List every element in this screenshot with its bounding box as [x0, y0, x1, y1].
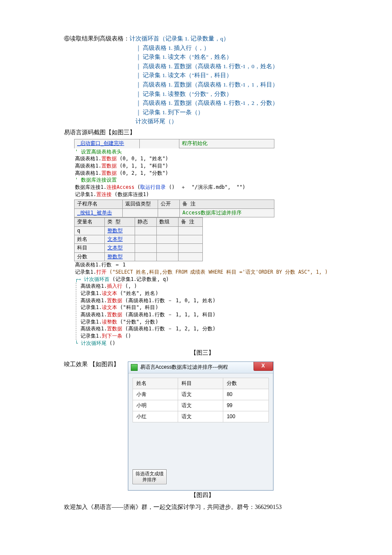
ide-var-row: 姓名文本型 — [74, 235, 203, 243]
filter-sort-button[interactable]: 筛选语文成绩并排序 — [133, 469, 167, 484]
ide-var-row: 分数整数型 — [74, 252, 203, 261]
code-line: ｜ 高级表格 1. 置数据（高级表格 1. 行数-1，1，科目） — [64, 80, 341, 90]
col-name: 姓名 — [133, 378, 178, 389]
ide-line: 记录集1.读整数 ("分数", 分数) — [80, 318, 274, 326]
ide-sub-header-row: _启动窗口_创建完毕 程序初始化 — [74, 139, 274, 148]
code-line: ｜ 高级表格 1. 置数据（高级表格 1. 行数-1，2，分数） — [64, 98, 341, 108]
titlebar: 易语言Access数据库过滤并排序---例程 X — [128, 362, 273, 373]
code-line: ｜ 记录集 1. 到下一条（） — [64, 108, 341, 117]
ide-var-row: 科目文本型 — [74, 243, 203, 252]
ide-line: 记录集1.置连接 (数据库连接1) — [74, 191, 274, 198]
loop-body: 高级表格1.插入行 (, )记录集1.读文本 ("姓名", 姓名)高级表格1.置… — [76, 283, 274, 339]
col-subject: 科目 — [178, 378, 223, 389]
ide-line: 高级表格1.置数据 (0, 2, 1, "分数") — [74, 170, 274, 177]
code-line: ｜ 记录集 1. 读整数（"分数"，分数） — [64, 90, 341, 99]
app-window: 易语言Access数据库过滤并排序---例程 X 姓名 科目 分数 小青语文80… — [128, 361, 274, 491]
ide-line: 高级表格1.插入行 (, ) — [80, 283, 274, 290]
fig4-heading: 竣工效果 【如图四】 — [64, 358, 119, 369]
table-header-row: 姓名 科目 分数 — [133, 378, 268, 389]
table-row: 小青语文80 — [133, 389, 268, 400]
ide-line: 高级表格1.置数据 (0, 0, 1, "姓名") — [74, 155, 274, 162]
fig3-caption: 【图三】 — [64, 348, 341, 358]
step6-block: ⑥读取结果到高级表格：计次循环首（记录集 1. 记录数量，q） ｜ 高级表格 1… — [64, 34, 341, 126]
app-window-wrap: 易语言Access数据库过滤并排序---例程 X 姓名 科目 分数 小青语文80… — [128, 361, 274, 491]
ide-line: 记录集1.打开 ("SELECT 姓名,科目,分数 FROM 成绩表 WHERE… — [74, 269, 274, 276]
ide-screenshot: _启动窗口_创建完毕 程序初始化 ' 设置高级表格表头 高级表格1.置数据 (0… — [74, 139, 274, 347]
code-line: ｜ 高级表格 1. 置数据（高级表格 1. 行数-1，0，姓名） — [64, 62, 341, 71]
table-row: 小明语文99 — [133, 400, 268, 411]
ide-subprog-header: 子程序名 返回值类型 公开 备 注 — [74, 199, 274, 208]
ide-line: 高级表格1.置数据 (0, 1, 1, "科目") — [74, 162, 274, 170]
code-line: ｜ 高级表格 1. 插入行（，） — [64, 43, 341, 53]
footer-text: 欢迎加入《易语言——济南》群，一起交流探讨学习，共同进步。群号：36629015… — [64, 503, 341, 512]
app-icon — [131, 364, 138, 371]
ide-var-row: q整数型 — [74, 226, 203, 235]
loop-tail: └ 计次循环尾 () — [74, 340, 274, 347]
loop-head: ┌→ 计次循环首 (记录集1.记录数量, q) — [74, 276, 274, 283]
ide-line: 记录集1.到下一条 () — [80, 332, 274, 340]
ide-subprog-row: _按钮1_被单击 Access数据库过滤并排序 — [74, 208, 274, 217]
step6-first-line: ⑥读取结果到高级表格：计次循环首（记录集 1. 记录数量，q） — [64, 34, 341, 43]
ide-line: 记录集1.读文本 ("科目", 科目) — [80, 304, 274, 311]
ide-line: 高级表格1.置数据 (高级表格1.行数 － 1, 2, 1, 分数) — [80, 325, 274, 332]
code-line: ｜ 记录集 1. 读文本（"姓名"，姓名） — [64, 52, 341, 62]
fig4-caption: 【图四】 — [64, 491, 341, 500]
ide-comment: ' 数据库连接设置 — [74, 176, 274, 184]
table-row: 小红语文100 — [133, 411, 268, 422]
window-title: 易语言Access数据库过滤并排序---例程 — [140, 363, 228, 371]
result-table: 姓名 科目 分数 小青语文80小明语文99小红语文100 — [133, 378, 269, 423]
ide-line: 数据库连接1.连接Access (取运行目录 () ＋ "/演示库.mdb", … — [74, 184, 274, 191]
ide-comment: ' 设置高级表格表头 — [74, 148, 274, 156]
ide-line: 高级表格1.置数据 (高级表格1.行数 － 1, 0, 1, 姓名) — [80, 297, 274, 304]
code-line: ｜ 记录集 1. 读文本（"科目"，科目） — [64, 71, 341, 80]
ide-line: 记录集1.读文本 ("姓名", 姓名) — [80, 290, 274, 297]
fig3-heading: 易语言源码截图【如图三】 — [64, 128, 341, 137]
close-button[interactable]: X — [254, 362, 273, 371]
code-line: 计次循环尾（） — [64, 117, 341, 126]
ide-line: 高级表格1.行数 ＝ 1 — [74, 261, 274, 269]
ide-line: 高级表格1.置数据 (高级表格1.行数 － 1, 1, 1, 科目) — [80, 311, 274, 318]
col-score: 分数 — [223, 378, 268, 389]
sub-name: _启动窗口_创建完毕 — [77, 140, 124, 146]
ide-var-header: 变量名 类 型 静态 数组 备 注 — [74, 217, 203, 226]
